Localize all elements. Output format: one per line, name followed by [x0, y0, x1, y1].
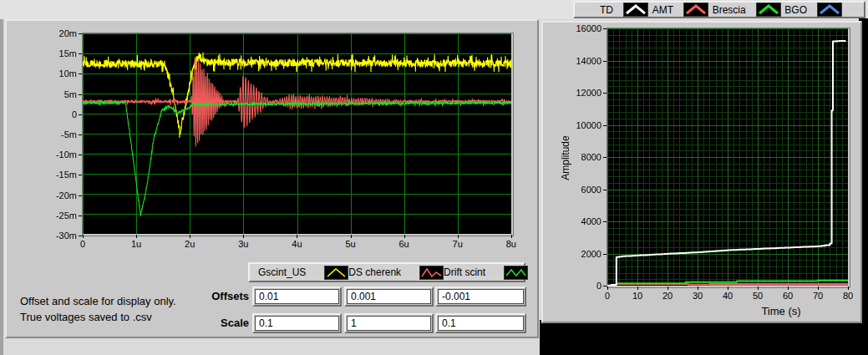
offset-field-1: 0.01	[252, 287, 342, 307]
axis-tick-mark	[79, 175, 82, 175]
legend-item-drift-scint[interactable]: Drift scint	[444, 266, 528, 280]
caret-icon[interactable]	[324, 266, 348, 280]
axis-tick-mark	[79, 236, 82, 236]
legend-item-brescia[interactable]: Brescia	[713, 3, 781, 17]
legend-label: DS cherenk	[348, 266, 401, 278]
axis-tick-label: 0	[595, 291, 620, 302]
scale-field-1: 0.1	[252, 313, 342, 333]
caret-icon[interactable]	[817, 3, 842, 17]
axis-tick-label: 0	[42, 109, 77, 120]
axis-tick-label: 80	[835, 291, 860, 302]
axis-tick-label: 10m	[42, 68, 77, 79]
waveform-legend: Gscint_US DS cherenk Drift scint	[248, 262, 525, 282]
axis-tick-mark	[351, 235, 352, 238]
axis-tick-label: 6000	[560, 185, 602, 195]
caret-icon[interactable]	[623, 3, 648, 17]
axis-tick-label: 16000	[560, 23, 602, 34]
axis-tick-mark	[728, 287, 728, 290]
axis-tick-mark	[79, 216, 82, 216]
axis-tick-label: 0	[70, 239, 95, 250]
axis-tick-label: 5m	[42, 89, 77, 100]
axis-tick-mark	[603, 286, 607, 287]
offset-input-gscint[interactable]: 0.01	[255, 289, 339, 304]
offset-field-3: -0.001	[435, 287, 526, 307]
axis-tick-mark	[136, 235, 137, 238]
axis-tick-mark	[758, 287, 759, 290]
axis-tick-mark	[603, 221, 607, 222]
axis-tick-mark	[637, 287, 638, 290]
offset-input-ds-cherenk[interactable]: 0.001	[347, 289, 431, 304]
axis-tick-label: 5u	[338, 239, 363, 250]
amplitude-plot-area[interactable]	[607, 28, 848, 286]
left-panel: 20m15m10m5m0-5m-10m-15m-20m-25m-30m 01u2…	[5, 19, 539, 338]
axis-tick-mark	[83, 235, 84, 238]
amplitude-plot-frame	[607, 28, 850, 288]
offsets-label: Offsets	[170, 290, 249, 302]
axis-tick-mark	[603, 61, 607, 62]
amplitude-axis-title: Amplitude	[560, 135, 571, 180]
offset-input-drift-scint[interactable]: -0.001	[438, 289, 524, 304]
axis-tick-mark	[603, 190, 607, 190]
axis-tick-mark	[603, 28, 607, 29]
axis-tick-label: 3u	[231, 239, 256, 250]
legend-item-amt[interactable]: AMT	[652, 3, 708, 17]
axis-tick-label: 15m	[42, 48, 77, 59]
axis-tick-label: 14000	[560, 56, 602, 67]
zigzag-icon[interactable]	[419, 266, 444, 280]
axis-tick-label: 20m	[42, 28, 77, 39]
legend-label: Drift scint	[444, 266, 485, 278]
axis-tick-label: -15m	[42, 170, 77, 180]
axis-tick-label: 10	[625, 291, 650, 302]
legend-label: Gscint_US	[258, 266, 306, 278]
app-window: 20m15m10m5m0-5m-10m-15m-20m-25m-30m 01u2…	[0, 0, 868, 355]
axis-tick-label: 2000	[560, 249, 602, 260]
axis-tick-label: 30	[685, 291, 710, 302]
axis-tick-mark	[603, 125, 607, 126]
window-left-edge	[0, 19, 3, 355]
caret-icon[interactable]	[756, 3, 781, 17]
axis-tick-label: 50	[745, 291, 770, 302]
axis-tick-label: 20	[655, 291, 680, 302]
waveform-plot-area[interactable]	[83, 33, 511, 234]
axis-tick-label: 70	[805, 291, 830, 302]
offset-field-2: 0.001	[344, 287, 434, 307]
legend-label: Brescia	[713, 4, 746, 16]
scale-input-gscint[interactable]: 0.1	[255, 316, 339, 331]
legend-item-ds-cherenk[interactable]: DS cherenk	[348, 266, 444, 280]
axis-tick-label: 12000	[560, 88, 602, 99]
axis-tick-mark	[603, 254, 607, 255]
caret-icon[interactable]	[683, 3, 708, 17]
axis-tick-label: -20m	[42, 190, 77, 201]
axis-tick-mark	[698, 287, 698, 290]
black-region-bottom-right	[540, 320, 868, 355]
time-axis-title: Time (s)	[739, 305, 823, 317]
waveform-plot-frame	[82, 33, 514, 236]
right-panel: 1600014000120001000080006000400020000 01…	[541, 21, 862, 323]
legend-item-gscint-us[interactable]: Gscint_US	[258, 266, 348, 280]
zigzag-icon[interactable]	[504, 266, 528, 280]
axis-tick-mark	[458, 235, 459, 238]
scale-input-ds-cherenk[interactable]: 1	[347, 316, 431, 331]
scale-input-drift-scint[interactable]: 0.1	[438, 316, 524, 331]
axis-tick-mark	[603, 93, 607, 94]
scale-field-2: 1	[344, 313, 434, 333]
axis-tick-mark	[79, 74, 82, 74]
axis-tick-label: 60	[775, 291, 800, 302]
legend-item-bgo[interactable]: BGO	[784, 3, 842, 17]
axis-tick-mark	[667, 287, 668, 290]
axis-tick-mark	[404, 235, 405, 238]
axis-tick-mark	[79, 53, 82, 54]
amplitude-legend: TD AMT Brescia BGO	[573, 1, 865, 18]
axis-tick-mark	[607, 287, 608, 290]
axis-tick-label: 2u	[177, 239, 202, 250]
axis-tick-mark	[818, 287, 819, 290]
axis-tick-label: -10m	[42, 150, 77, 160]
legend-label: BGO	[784, 4, 807, 16]
axis-tick-mark	[788, 287, 789, 290]
axis-tick-label: -5m	[42, 129, 77, 140]
axis-tick-label: 7u	[445, 239, 470, 250]
legend-label: AMT	[652, 4, 673, 16]
legend-item-td[interactable]: TD	[600, 3, 648, 17]
legend-label: TD	[600, 4, 613, 16]
axis-tick-label: 4000	[560, 216, 602, 227]
